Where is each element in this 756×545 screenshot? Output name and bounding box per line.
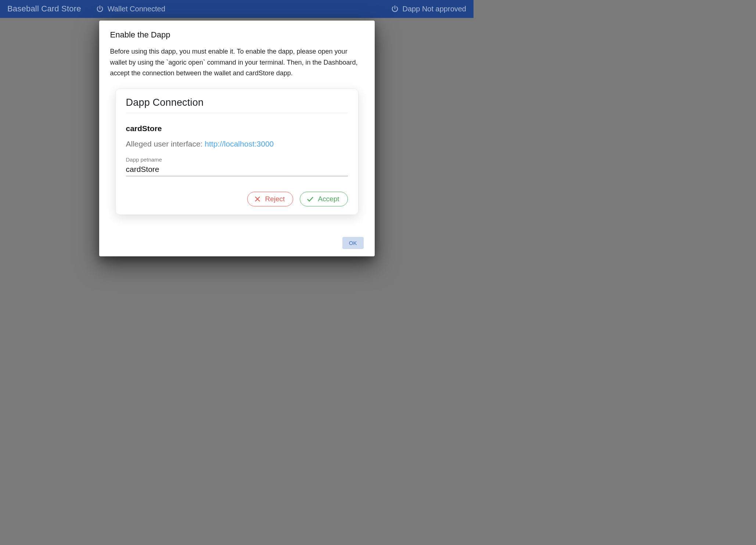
ok-button[interactable]: OK [342, 237, 364, 249]
dapp-status: Dapp Not approved [391, 5, 466, 13]
reject-button[interactable]: Reject [247, 192, 294, 206]
power-icon [391, 5, 399, 13]
alleged-ui-link[interactable]: http://localhost:3000 [205, 140, 274, 148]
wallet-status-text: Wallet Connected [108, 5, 165, 13]
dapp-status-text: Dapp Not approved [403, 5, 466, 13]
dialog-title: Enable the Dapp [110, 30, 364, 40]
petname-input[interactable] [126, 164, 348, 176]
reject-button-label: Reject [265, 195, 285, 203]
card-actions: Reject Accept [126, 192, 348, 206]
card-title: Dapp Connection [126, 97, 348, 113]
alleged-ui-row: Alleged user interface: http://localhost… [126, 140, 348, 148]
accept-button-label: Accept [318, 195, 339, 203]
petname-label: Dapp petname [126, 156, 348, 163]
accept-button[interactable]: Accept [300, 192, 348, 206]
enable-dapp-dialog: Enable the Dapp Before using this dapp, … [99, 21, 375, 256]
alleged-ui-label: Alleged user interface: [126, 140, 205, 148]
power-icon [96, 5, 104, 13]
wallet-status: Wallet Connected [96, 5, 165, 13]
app-bar: Baseball Card Store Wallet Connected Dap… [0, 0, 474, 18]
dapp-connection-card: Dapp Connection cardStore Alleged user i… [115, 89, 359, 215]
dapp-name: cardStore [126, 124, 348, 133]
close-icon [253, 195, 262, 203]
app-title: Baseball Card Store [7, 4, 81, 14]
dialog-body: Before using this dapp, you must enable … [110, 46, 364, 79]
check-icon [306, 195, 314, 203]
dialog-actions: OK [110, 237, 364, 249]
